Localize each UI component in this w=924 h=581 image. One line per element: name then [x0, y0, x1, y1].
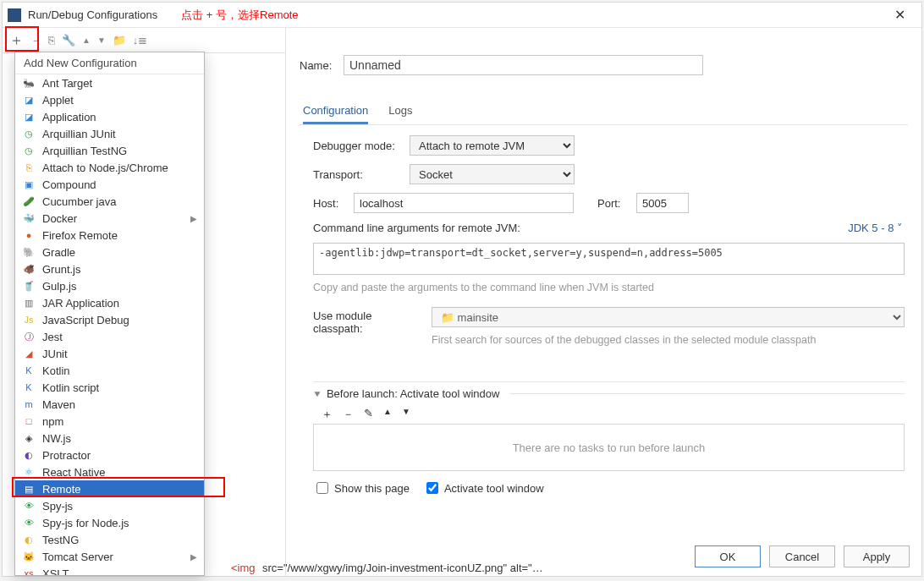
submenu-arrow-icon: ▶ — [190, 214, 197, 223]
config-type-label: Ant Target — [42, 77, 92, 90]
config-type-label: Compound — [42, 178, 96, 191]
config-type-application[interactable]: ◪Application — [15, 108, 204, 125]
config-type-remote[interactable]: ▤Remote — [15, 480, 204, 497]
move-up-button[interactable]: ▲ — [82, 36, 91, 45]
copy-config-button[interactable]: ⎘ — [48, 34, 55, 47]
config-type-icon: ◪ — [22, 94, 36, 106]
run-debug-dialog: Run/Debug Configurations 点击 + 号，选择Remote… — [2, 2, 922, 577]
config-type-react-native[interactable]: ⚛React Native — [15, 463, 204, 480]
jdk-version-dropdown[interactable]: JDK 5 - 8 ˅ — [848, 222, 903, 234]
config-type-icon: ◷ — [22, 128, 36, 140]
cancel-button[interactable]: Cancel — [769, 545, 835, 567]
background-code-snippet: <img src="/www/xgwy/img/Join-investment-… — [231, 561, 543, 574]
config-type-arquillian-junit[interactable]: ◷Arquillian JUnit — [15, 125, 204, 142]
config-type-applet[interactable]: ◪Applet — [15, 91, 204, 108]
config-type-nw-js[interactable]: ◈NW.js — [15, 430, 204, 447]
parallel-checkbox[interactable]: Allow running in parallel — [871, 40, 908, 90]
host-label: Host: — [313, 197, 349, 210]
config-type-icon: ● — [22, 229, 36, 241]
config-type-label: Cucumber java — [42, 195, 116, 208]
config-tabs: Configuration Logs — [300, 99, 908, 125]
config-toolbar: ＋ － ⎘ 🔧 ▲ ▼ 📁 ↓≣ — [3, 28, 285, 53]
add-config-button[interactable]: ＋ — [9, 30, 24, 50]
transport-select[interactable]: Socket — [410, 164, 575, 184]
config-type-kotlin-script[interactable]: KKotlin script — [15, 379, 204, 396]
config-type-label: Applet — [42, 94, 74, 107]
config-type-npm[interactable]: □npm — [15, 413, 204, 430]
before-launch-header[interactable]: ▼ Before launch: Activate tool window — [313, 387, 905, 400]
config-type-label: Application — [42, 111, 96, 123]
cmd-args-text[interactable]: -agentlib:jdwp=transport=dt_socket,serve… — [313, 243, 905, 275]
config-type-label: Tomcat Server — [42, 551, 113, 563]
config-type-ant-target[interactable]: 🐜Ant Target — [15, 74, 204, 91]
config-type-icon: K — [22, 364, 36, 376]
config-type-xslt[interactable]: xsXSLT — [15, 565, 204, 575]
move-down-button[interactable]: ▼ — [97, 36, 106, 45]
config-type-jar-application[interactable]: ▥JAR Application — [15, 294, 204, 311]
config-type-javascript-debug[interactable]: JsJavaScript Debug — [15, 311, 204, 328]
config-type-label: Docker — [42, 212, 77, 225]
config-name-input[interactable] — [344, 55, 703, 75]
config-type-grunt-js[interactable]: 🐗Grunt.js — [15, 260, 204, 277]
config-type-maven[interactable]: mMaven — [15, 396, 204, 413]
config-type-compound[interactable]: ▣Compound — [15, 176, 204, 193]
config-type-label: JUnit — [42, 348, 68, 360]
config-type-cucumber-java[interactable]: 🥒Cucumber java — [15, 193, 204, 210]
task-down-button[interactable]: ▼ — [402, 407, 410, 422]
config-type-label: JAR Application — [42, 297, 119, 310]
config-type-firefox-remote[interactable]: ●Firefox Remote — [15, 227, 204, 244]
tasks-list-empty: There are no tasks to run before launch — [313, 424, 905, 471]
debugger-mode-select[interactable]: Attach to remote JVM — [410, 135, 575, 156]
share-checkbox[interactable]: Share — [823, 57, 861, 74]
config-type-label: Kotlin — [42, 364, 70, 377]
folder-button[interactable]: 📁 — [113, 34, 126, 47]
remove-config-button[interactable]: － — [30, 33, 41, 48]
module-classpath-select[interactable]: 📁 mainsite — [432, 307, 905, 327]
activate-tool-checkbox[interactable]: Activate tool window — [423, 480, 544, 496]
config-type-spy-js[interactable]: 👁Spy-js — [15, 497, 204, 514]
close-icon[interactable]: ✕ — [883, 3, 916, 27]
config-type-arquillian-testng[interactable]: ◷Arquillian TestNG — [15, 142, 204, 159]
config-type-icon: 👁 — [22, 500, 36, 512]
left-panel: ＋ － ⎘ 🔧 ▲ ▼ 📁 ↓≣ Add New Configuration 🐜… — [3, 28, 286, 576]
config-type-icon: 🥒 — [22, 195, 36, 207]
config-type-label: JavaScript Debug — [42, 314, 129, 326]
debugger-mode-label: Debugger mode: — [313, 140, 404, 152]
config-type-spy-js-for-node-js[interactable]: 👁Spy-js for Node.js — [15, 514, 204, 531]
host-input[interactable] — [354, 193, 574, 213]
config-type-icon: 🐱 — [22, 551, 36, 562]
config-type-label: XSLT — [42, 567, 69, 576]
config-type-icon: 🐘 — [22, 246, 36, 258]
config-type-jest[interactable]: ⒿJest — [15, 328, 204, 345]
config-type-tomcat-server[interactable]: 🐱Tomcat Server▶ — [15, 548, 204, 565]
config-type-docker[interactable]: 🐳Docker▶ — [15, 210, 204, 227]
config-type-attach-to-node-js-chrome[interactable]: ⎘Attach to Node.js/Chrome — [15, 159, 204, 176]
port-input[interactable] — [636, 193, 689, 213]
config-type-label: TestNG — [42, 534, 79, 546]
config-type-icon: ◷ — [22, 145, 36, 156]
sort-button[interactable]: ↓≣ — [133, 34, 148, 47]
config-type-testng[interactable]: ◐TestNG — [15, 531, 204, 548]
collapse-icon: ▼ — [312, 389, 322, 398]
tab-configuration[interactable]: Configuration — [303, 99, 368, 124]
apply-button[interactable]: Apply — [844, 545, 910, 567]
tab-logs[interactable]: Logs — [388, 99, 412, 124]
config-type-icon: ◐ — [22, 534, 36, 545]
edit-templates-button[interactable]: 🔧 — [62, 34, 75, 47]
config-type-protractor[interactable]: ◐Protractor — [15, 447, 204, 463]
config-type-junit[interactable]: ◢JUnit — [15, 345, 204, 362]
config-type-icon: □ — [22, 415, 36, 427]
task-edit-button[interactable]: ✎ — [364, 407, 373, 422]
config-type-gulp-js[interactable]: 🥤Gulp.js — [15, 277, 204, 294]
ok-button[interactable]: OK — [695, 545, 761, 567]
show-this-page-checkbox[interactable]: Show this page — [313, 480, 410, 496]
config-type-icon: ◐ — [22, 449, 36, 461]
config-type-kotlin[interactable]: KKotlin — [15, 362, 204, 379]
task-add-button[interactable]: ＋ — [322, 407, 333, 422]
config-type-list[interactable]: 🐜Ant Target◪Applet◪Application◷Arquillia… — [15, 74, 204, 575]
config-type-gradle[interactable]: 🐘Gradle — [15, 244, 204, 260]
config-type-label: Maven — [42, 398, 75, 411]
transport-label: Transport: — [313, 168, 404, 181]
task-remove-button[interactable]: － — [343, 407, 354, 422]
task-up-button[interactable]: ▲ — [383, 407, 392, 422]
